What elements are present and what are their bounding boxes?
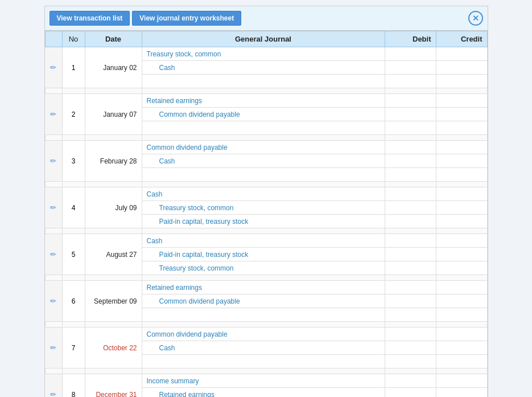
debit-value [385,201,436,215]
spacer-row [45,88,487,94]
journal-entry: Common dividend payable [142,141,385,154]
edit-icon[interactable]: ✏ [50,343,56,352]
journal-entry: Treasury stock, common [142,47,385,61]
debit-value [385,355,436,369]
debit-value [385,281,436,294]
edit-icon[interactable]: ✏ [50,390,56,397]
credit-value [436,328,487,341]
credit-value [436,294,487,308]
table-row: ✏8December 31Income summary [45,374,487,388]
credit-value [436,108,487,121]
credit-value [436,341,487,355]
entry-date: January 02 [85,47,142,88]
credit-value [436,201,487,215]
table-row: ✏2January 07Retained earnings [45,94,487,108]
edit-cell[interactable]: ✏ [45,234,62,275]
debit-value [385,47,436,61]
debit-value [385,75,436,88]
journal-entry: Income summary [142,374,385,388]
debit-value [385,141,436,154]
credit-value [436,248,487,261]
journal-entry: Retained earnings [142,281,385,294]
entry-number: 4 [62,187,85,228]
credit-value [436,215,487,228]
credit-value [436,234,487,248]
entry-date: August 27 [85,234,142,275]
edit-icon[interactable]: ✏ [50,157,56,165]
view-journal-entry-worksheet-button[interactable]: View journal entry worksheet [132,11,241,26]
entry-date: July 09 [85,187,142,228]
table-row: ✏1January 02Treasury stock, common [45,47,487,61]
debit-value [385,168,436,182]
spacer-row [45,369,487,374]
journal-entry [142,308,385,322]
credit-value [436,141,487,154]
entry-date: February 28 [85,141,142,182]
edit-icon[interactable]: ✏ [50,203,56,212]
edit-icon[interactable]: ✏ [50,110,56,118]
credit-value [436,61,487,75]
edit-icon[interactable]: ✏ [50,250,56,259]
table-row: ✏7October 22Common dividend payable [45,328,487,341]
table-row: ✏6September 09Retained earnings [45,281,487,294]
edit-cell[interactable]: ✏ [45,94,62,135]
table-row: ✏4July 09Cash [45,187,487,201]
close-button[interactable]: ✕ [468,11,483,26]
debit-value [385,248,436,261]
edit-icon[interactable]: ✏ [50,63,56,72]
col-header-credit: Credit [436,31,487,47]
journal-entry: Cash [142,61,385,75]
debit-value [385,261,436,275]
debit-value [385,308,436,322]
credit-value [436,121,487,135]
journal-entry: Common dividend payable [142,294,385,308]
credit-value [436,94,487,108]
edit-cell[interactable]: ✏ [45,47,62,88]
journal-entry: Retained earnings [142,388,385,398]
debit-value [385,94,436,108]
journal-entry: Cash [142,187,385,201]
col-header-date: Date [85,31,142,47]
view-transaction-list-button[interactable]: View transaction list [50,11,130,26]
entry-date: October 22 [85,328,142,369]
edit-icon[interactable]: ✏ [50,297,56,305]
debit-value [385,154,436,168]
col-header-general-journal: General Journal [142,31,385,47]
spacer-row [45,275,487,281]
entry-number: 7 [62,328,85,369]
main-container: View transaction list View journal entry… [44,6,488,397]
credit-value [436,47,487,61]
debit-value [385,328,436,341]
credit-value [436,281,487,294]
credit-value [436,261,487,275]
edit-cell[interactable]: ✏ [45,141,62,182]
edit-cell[interactable]: ✏ [45,328,62,369]
edit-cell[interactable]: ✏ [45,281,62,322]
entry-date: September 09 [85,281,142,322]
col-header-edit [45,31,62,47]
journal-entry [142,75,385,88]
edit-cell[interactable]: ✏ [45,187,62,228]
journal-entry: Common dividend payable [142,328,385,341]
credit-value [436,75,487,88]
entry-number: 6 [62,281,85,322]
entry-number: 8 [62,374,85,398]
table-row: ✏3February 28Common dividend payable [45,141,487,154]
journal-entry [142,168,385,182]
credit-value [436,388,487,398]
credit-value [436,355,487,369]
journal-entry: Common dividend payable [142,108,385,121]
debit-value [385,341,436,355]
debit-value [385,108,436,121]
credit-value [436,308,487,322]
journal-entry [142,121,385,135]
journal-entry: Treasury stock, common [142,261,385,275]
edit-cell[interactable]: ✏ [45,374,62,398]
spacer-row [45,182,487,187]
spacer-row [45,322,487,328]
debit-value [385,61,436,75]
spacer-row [45,228,487,234]
entry-number: 2 [62,94,85,135]
entry-number: 3 [62,141,85,182]
close-icon: ✕ [472,14,479,23]
